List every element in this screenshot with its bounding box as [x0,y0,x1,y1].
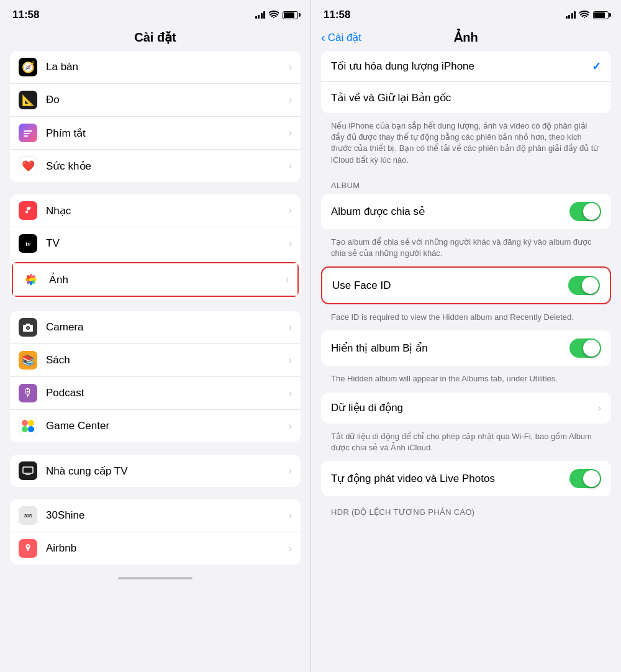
settings-item-podcasts[interactable]: 🎙 Podcast › [10,377,301,410]
chevron-icon: › [289,322,292,333]
face-id-card: Use Face ID [321,266,611,304]
storage-option-1-label: Tối ưu hóa dung lượng iPhone [331,60,592,73]
chevron-icon: › [289,61,292,73]
measure-label: Đo [46,94,285,106]
compass-label: La bàn [46,61,285,73]
tvprovider-label: Nhà cung cấp TV [46,465,285,478]
shared-album-row[interactable]: Album được chia sẻ [321,194,611,229]
face-id-row[interactable]: Use Face ID [322,268,610,303]
settings-item-gamecenter[interactable]: Game Center › [10,410,301,442]
hidden-album-toggle[interactable] [569,338,601,358]
autoplay-toggle[interactable] [569,469,601,488]
settings-item-30shine[interactable]: 30S 30Shine › [10,499,301,532]
music-label: Nhạc [46,204,285,217]
right-battery-icon [593,11,609,19]
camera-label: Camera [46,321,285,334]
svg-rect-1 [24,133,30,134]
svg-rect-0 [24,130,32,132]
settings-item-shortcuts[interactable]: Phím tắt › [10,117,301,150]
autoplay-card: Tự động phát video và Live Photos [321,461,611,496]
books-icon: 📚 [19,351,37,370]
right-content[interactable]: Tối ưu hóa dung lượng iPhone ✓ Tải về và… [311,51,621,672]
settings-group-4: Nhà cung cấp TV › [10,455,301,487]
svg-rect-20 [25,474,30,475]
settings-item-tvprovider[interactable]: Nhà cung cấp TV › [10,455,301,487]
30shine-icon: 30S [19,506,37,525]
hidden-album-card: Hiển thị album Bị ẩn [321,330,611,366]
chevron-icon: › [289,127,292,138]
settings-group-5: 30S 30Shine › Airbnb › [10,499,301,565]
back-button[interactable]: ‹ Cài đặt [321,30,371,45]
shortcuts-label: Phím tắt [46,127,285,140]
autoplay-row[interactable]: Tự động phát video và Live Photos [321,461,611,496]
svg-rect-2 [24,135,28,137]
album-section-label: ALBUM [321,173,611,194]
storage-option-2-row[interactable]: Tải về và Giữ lại Bản gốc [321,82,611,113]
settings-item-health[interactable]: ❤️ Sức khỏe › [10,150,301,182]
signal-icon [255,11,266,19]
right-status-icons [566,10,609,20]
svg-point-12 [29,278,33,281]
right-time: 11:58 [324,9,350,21]
settings-item-tv[interactable]: tv TV › [10,227,301,260]
tvprovider-icon [19,461,37,480]
chevron-icon: › [289,543,292,554]
mobile-data-description: Tắt dữ liệu di động để chỉ cho phép cập … [321,427,611,461]
tv-label: TV [46,237,285,250]
settings-item-airbnb[interactable]: Airbnb › [10,532,301,565]
settings-item-photos[interactable]: Ảnh › [13,263,297,296]
books-label: Sách [46,354,285,366]
right-panel: 11:58 ‹ Cài đặ [310,0,621,672]
checkmark-icon: ✓ [592,60,601,73]
storage-card: Tối ưu hóa dung lượng iPhone ✓ Tải về và… [321,51,611,113]
settings-item-measure[interactable]: 📐 Đo › [10,84,301,117]
right-nav-header: ‹ Cài đặt Ảnh [311,26,621,51]
mobile-data-row[interactable]: Dữ liệu di động › [321,393,611,424]
camera-icon [19,318,37,337]
30shine-label: 30Shine [46,509,285,522]
settings-group-1: 🧭 La bàn › 📐 Đo › Phím tắt › [10,51,301,182]
left-settings-list[interactable]: 🧭 La bàn › 📐 Đo › Phím tắt › [0,51,310,672]
face-id-toggle[interactable] [568,276,600,295]
chevron-icon: › [289,355,292,366]
right-signal-icon [566,11,576,19]
settings-item-photos-wrapper[interactable]: Ảnh › [12,262,299,297]
shared-album-toggle[interactable] [569,202,601,221]
podcasts-label: Podcast [46,387,285,399]
storage-option-2-label: Tải về và Giữ lại Bản gốc [331,91,601,104]
chevron-icon: › [289,388,292,399]
chevron-icon: › [289,205,292,216]
back-label: Cài đặt [328,31,361,44]
settings-item-music[interactable]: Nhạc › [10,194,301,227]
hidden-album-row[interactable]: Hiển thị album Bị ẩn [321,330,611,366]
storage-option-1-row[interactable]: Tối ưu hóa dung lượng iPhone ✓ [321,51,611,82]
chevron-icon: › [289,465,292,476]
chevron-icon: › [289,160,292,171]
hidden-album-description: The Hidden album will appear in the Albu… [321,370,611,392]
settings-item-compass[interactable]: 🧭 La bàn › [10,51,301,84]
photos-label: Ảnh [49,273,282,286]
shared-album-label: Album được chia sẻ [331,205,569,218]
hidden-album-label: Hiển thị album Bị ẩn [331,342,569,355]
left-status-bar: 11:58 [0,0,310,26]
health-icon: ❤️ [19,157,37,175]
back-chevron-icon: ‹ [321,30,325,45]
mobile-data-label: Dữ liệu di động [331,401,598,414]
left-time: 11:58 [12,9,39,21]
chevron-icon: › [286,274,289,285]
airbnb-icon [19,539,37,558]
face-id-label: Use Face ID [332,279,568,292]
left-panel: 11:58 Cài đặt [0,0,310,672]
left-page-title: Cài đặt [0,26,310,51]
health-label: Sức khỏe [46,160,285,173]
svg-point-16 [28,420,34,426]
airbnb-label: Airbnb [46,542,285,555]
chevron-icon: › [289,94,292,106]
svg-point-18 [28,426,34,432]
chevron-icon: › [289,420,292,432]
settings-item-camera[interactable]: Camera › [10,311,301,344]
svg-point-15 [22,420,28,426]
tv-icon: tv [19,234,37,253]
settings-item-books[interactable]: 📚 Sách › [10,344,301,377]
face-id-description: Face ID is required to view the Hidden a… [321,308,611,330]
